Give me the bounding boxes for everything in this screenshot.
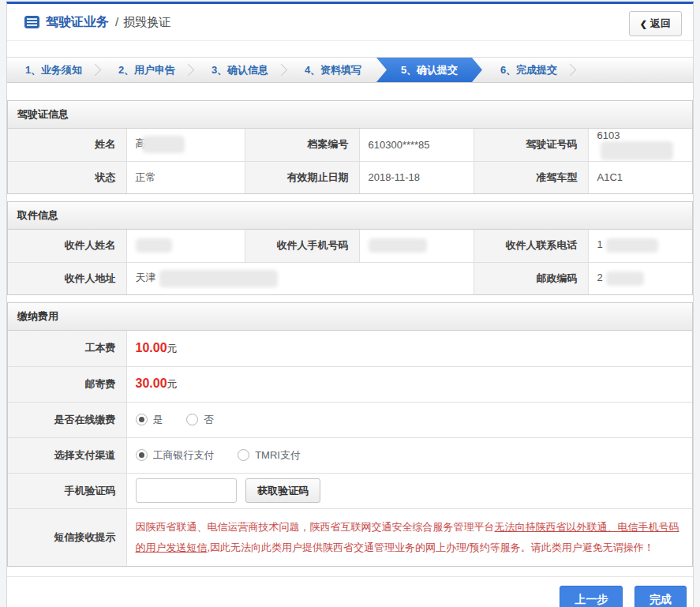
sms-code-input[interactable] bbox=[136, 478, 237, 503]
production-fee-amount: 10.00 bbox=[136, 341, 167, 354]
license-business-icon bbox=[24, 16, 39, 28]
field-label-postage-fee: 邮寄费 bbox=[8, 366, 126, 402]
field-label-sms-notice: 短信接收提示 bbox=[8, 508, 126, 566]
redacted-value bbox=[606, 238, 658, 253]
step-item-5-active[interactable]: 5、确认提交 bbox=[376, 58, 482, 82]
step-bar: 1、业务须知 2、用户申告 3、确认信息 4、资料填写 5、确认提交 6、完成提… bbox=[7, 57, 693, 83]
postage-fee-amount: 30.00 bbox=[136, 377, 167, 390]
field-value-vehicle-class: A1C1 bbox=[588, 161, 692, 193]
section-title: 缴纳费用 bbox=[8, 303, 692, 331]
field-value-recipient-mobile bbox=[359, 230, 474, 262]
step-item-3[interactable]: 3、确认信息 bbox=[193, 58, 286, 82]
field-value-recipient-name bbox=[126, 230, 245, 262]
field-value-postage-fee: 30.00元 bbox=[126, 366, 692, 402]
radio-channel-tmri[interactable] bbox=[238, 449, 249, 461]
sms-notice-text: 因陕西省联通、电信运营商技术问题，陕西省互联网交通安全综合服务管理平台无法向持陕… bbox=[126, 508, 692, 566]
table-row: 工本费 10.00元 bbox=[8, 331, 692, 366]
step-item-6[interactable]: 6、完成提交 bbox=[482, 58, 575, 82]
field-value-license-number: 6103 bbox=[588, 129, 692, 161]
section-fees: 缴纳费用 工本费 10.00元 邮寄费 30.00元 是否在线缴费 是 否 选择… bbox=[7, 302, 693, 567]
breadcrumb-current: 损毁换证 bbox=[123, 15, 170, 28]
fee-unit: 元 bbox=[167, 378, 178, 390]
radio-label-no[interactable]: 否 bbox=[204, 414, 214, 425]
section-license-info: 驾驶证信息 姓名 高 档案编号 610300****85 驾驶证号码 6103 … bbox=[7, 100, 693, 194]
field-value-status: 正常 bbox=[126, 161, 245, 193]
field-label-expiry-date: 有效期止日期 bbox=[245, 161, 359, 193]
field-label-sms-code: 手机验证码 bbox=[8, 473, 126, 508]
table-row: 收件人姓名 收件人手机号码 收件人联系电话 1 bbox=[8, 230, 692, 262]
table-row: 收件人地址 天津 邮政编码 2 bbox=[8, 262, 692, 294]
redacted-value bbox=[159, 270, 278, 287]
field-value-postal-code: 2 bbox=[588, 262, 692, 294]
footer-actions: 上一步 完成 bbox=[7, 576, 693, 607]
page-header: 驾驶证业务/损毁换证 ❮返回 bbox=[7, 4, 693, 41]
main-card: 驾驶证业务/损毁换证 ❮返回 1、业务须知 2、用户申告 3、确认信息 4、资料… bbox=[6, 2, 694, 607]
table-row: 邮寄费 30.00元 bbox=[8, 366, 692, 402]
redacted-value bbox=[136, 238, 172, 253]
table-row: 姓名 高 档案编号 610300****85 驾驶证号码 6103 bbox=[8, 129, 692, 161]
field-label-production-fee: 工本费 bbox=[8, 331, 126, 366]
field-value-recipient-address: 天津 bbox=[126, 262, 474, 294]
field-label-status: 状态 bbox=[8, 161, 126, 193]
chevron-left-icon: ❮ bbox=[640, 19, 647, 28]
radio-channel-icbc[interactable] bbox=[136, 449, 148, 461]
field-label-payment-channel: 选择支付渠道 bbox=[8, 437, 126, 473]
table-row: 选择支付渠道 工商银行支付 TMRI支付 bbox=[8, 437, 692, 473]
field-value-production-fee: 10.00元 bbox=[126, 331, 692, 366]
field-value-online-payment: 是 否 bbox=[126, 402, 692, 437]
field-label-recipient-mobile: 收件人手机号码 bbox=[245, 230, 359, 262]
breadcrumb-separator: / bbox=[115, 15, 118, 28]
section-title: 驾驶证信息 bbox=[8, 101, 692, 129]
field-value-payment-channel: 工商银行支付 TMRI支付 bbox=[126, 437, 692, 473]
table-row: 状态 正常 有效期止日期 2018-11-18 准驾车型 A1C1 bbox=[8, 161, 692, 193]
field-value-file-number: 610300****85 bbox=[359, 129, 474, 161]
previous-step-button[interactable]: 上一步 bbox=[560, 586, 623, 607]
field-label-name: 姓名 bbox=[8, 129, 126, 161]
step-item-1[interactable]: 1、业务须知 bbox=[7, 58, 100, 82]
redacted-value bbox=[369, 238, 427, 253]
field-value-expiry-date: 2018-11-18 bbox=[359, 161, 474, 193]
section-title: 取件信息 bbox=[8, 202, 692, 230]
field-label-recipient-address: 收件人地址 bbox=[8, 262, 126, 294]
notice-part1: 因陕西省联通、电信运营商技术问题，陕西省互联网交通安全综合服务管理平台 bbox=[136, 521, 495, 533]
get-code-button[interactable]: 获取验证码 bbox=[245, 478, 320, 503]
radio-online-pay-yes[interactable] bbox=[136, 414, 148, 425]
step-item-2[interactable]: 2、用户申告 bbox=[100, 58, 193, 82]
table-row: 是否在线缴费 是 否 bbox=[8, 402, 692, 437]
field-label-file-number: 档案编号 bbox=[245, 129, 359, 161]
back-button[interactable]: ❮返回 bbox=[629, 11, 682, 36]
field-value-sms-code: 获取验证码 bbox=[126, 473, 692, 508]
section-pickup-info: 取件信息 收件人姓名 收件人手机号码 收件人联系电话 1 收件人地址 天津 邮政… bbox=[7, 201, 693, 295]
radio-label-icbc[interactable]: 工商银行支付 bbox=[153, 449, 215, 461]
field-value-name: 高 bbox=[126, 129, 245, 161]
radio-online-pay-no[interactable] bbox=[186, 414, 198, 425]
notice-part2: ,因此无法向此类用户提供陕西省交通管理业务的网上办理/预约等服务。请此类用户避免… bbox=[208, 541, 654, 553]
finish-button[interactable]: 完成 bbox=[634, 586, 687, 607]
field-label-postal-code: 邮政编码 bbox=[474, 262, 588, 294]
field-label-license-number: 驾驶证号码 bbox=[474, 129, 588, 161]
field-label-recipient-phone: 收件人联系电话 bbox=[474, 230, 588, 262]
fee-unit: 元 bbox=[167, 343, 178, 354]
field-label-vehicle-class: 准驾车型 bbox=[474, 161, 588, 193]
field-label-online-payment: 是否在线缴费 bbox=[8, 402, 126, 437]
step-item-4[interactable]: 4、资料填写 bbox=[286, 58, 380, 82]
radio-label-yes[interactable]: 是 bbox=[153, 414, 163, 425]
field-value-recipient-phone: 1 bbox=[588, 230, 692, 262]
table-row: 手机验证码 获取验证码 bbox=[8, 473, 692, 508]
redacted-value bbox=[606, 272, 644, 286]
page-title: 驾驶证业务 bbox=[46, 15, 109, 28]
field-label-recipient-name: 收件人姓名 bbox=[8, 230, 126, 262]
redacted-value bbox=[142, 136, 185, 153]
redacted-value bbox=[601, 141, 673, 160]
back-button-label: 返回 bbox=[650, 17, 671, 29]
table-row: 短信接收提示 因陕西省联通、电信运营商技术问题，陕西省互联网交通安全综合服务管理… bbox=[8, 508, 692, 566]
radio-label-tmri[interactable]: TMRI支付 bbox=[255, 449, 301, 461]
